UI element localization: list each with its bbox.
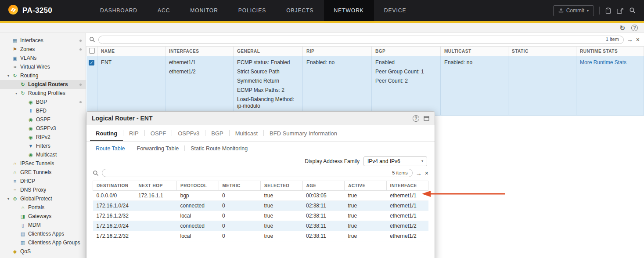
route-cell-interface: ethernet1/2 <box>386 221 428 231</box>
sidebar-item-gre-tunnels[interactable]: ∩GRE Tunnels <box>0 168 86 177</box>
row-checkbox[interactable]: ✓ <box>89 60 94 65</box>
search-icon[interactable] <box>629 7 636 14</box>
sidebar-item-clientless-apps[interactable]: ▤Clientless Apps <box>0 229 86 238</box>
sidebar-item-dhcp[interactable]: ≡DHCP <box>0 177 86 185</box>
dialog-tab-ospf[interactable]: OSPF <box>145 125 172 141</box>
sidebar-item-globalprotect[interactable]: ▾⊕GlobalProtect <box>0 194 86 203</box>
sidebar-item-gateways[interactable]: ◨Gateways <box>0 212 86 221</box>
sidebar-item-zones[interactable]: ⚑Zones <box>0 45 86 54</box>
sidebar-item-routing[interactable]: ▾↻Routing <box>0 71 86 80</box>
dialog-tab-routing[interactable]: Routing <box>90 125 123 141</box>
sidebar-item-bfd[interactable]: ‖BFD <box>0 106 86 115</box>
select-all-checkbox[interactable] <box>89 48 95 54</box>
sidebar-item-ospf[interactable]: ◉OSPF <box>0 115 86 124</box>
more-runtime-stats-link[interactable]: More Runtime Stats <box>580 59 626 65</box>
sidebar-item-interfaces[interactable]: ▦Interfaces <box>0 36 86 45</box>
clear-filter-icon[interactable]: × <box>425 170 428 176</box>
subtab-route-table[interactable]: Route Table <box>90 145 131 152</box>
sidebar-item-logical-routers[interactable]: ↻Logical Routers <box>0 80 86 89</box>
dialog-tab-multicast[interactable]: Multicast <box>230 125 263 141</box>
route-table-row[interactable]: 172.16.1.2/32local0true02:38:11trueether… <box>93 211 428 221</box>
router-name[interactable]: ENT <box>101 59 112 65</box>
status-dot <box>79 101 82 103</box>
sidebar-item-virtual-wires[interactable]: ≈Virtual Wires <box>0 62 86 71</box>
column-header-bgp[interactable]: BGP <box>372 47 441 56</box>
config-window-icon[interactable] <box>617 7 624 14</box>
route-table-row[interactable]: 172.16.2.2/32local0true02:38:11trueether… <box>93 231 428 241</box>
status-dot <box>79 84 82 86</box>
sidebar-item-label: Interfaces <box>20 37 43 44</box>
sidebar-item-routing-profiles[interactable]: ▾↻Routing Profiles <box>0 89 86 98</box>
sidebar-item-label: Routing Profiles <box>28 90 65 96</box>
route-column-destination[interactable]: DESTINATION <box>93 181 135 191</box>
chevron-down-icon[interactable]: ▾ <box>5 197 11 201</box>
sidebar-item-ospfv3[interactable]: ◉OSPFv3 <box>0 124 86 133</box>
nav-tab-device[interactable]: DEVICE <box>374 0 417 21</box>
route-column-metric[interactable]: METRIC <box>219 181 261 191</box>
column-header-runtime-stats[interactable]: RUNTIME STATS <box>576 47 644 56</box>
nav-tab-network[interactable]: NETWORK <box>324 0 374 21</box>
column-header-name[interactable]: NAME <box>97 47 165 56</box>
sidebar-item-bgp[interactable]: ◉BGP <box>0 98 86 106</box>
nav-tab-policies[interactable]: POLICIES <box>228 0 276 21</box>
route-cell-age: 02:38:11 <box>302 221 345 231</box>
route-cell-next-hop: 172.16.1.1 <box>135 191 177 201</box>
nav-tab-monitor[interactable]: MONITOR <box>180 0 228 21</box>
route-column-age[interactable]: AGE <box>302 181 345 191</box>
logical-router-row[interactable]: ✓ ENT ethernet1/1ethernet1/2 ECMP status… <box>86 56 644 116</box>
column-header-general[interactable]: GENERAL <box>234 47 303 56</box>
column-header-multicast[interactable]: MULTICAST <box>441 47 508 56</box>
route-column-selected[interactable]: SELECTED <box>261 181 303 191</box>
help-icon[interactable]: ? <box>631 25 638 31</box>
subtab-static-route-monitoring[interactable]: Static Route Monitoring <box>185 145 253 152</box>
route-filter-input[interactable] <box>102 169 413 177</box>
nav-tab-objects[interactable]: OBJECTS <box>276 0 324 21</box>
commit-button[interactable]: Commit ▾ <box>553 5 594 16</box>
refresh-icon[interactable]: ↻ <box>619 25 625 31</box>
chevron-down-icon[interactable]: ▾ <box>13 91 19 95</box>
route-table-row[interactable]: 172.16.2.0/24connected0true02:38:11truee… <box>93 221 428 231</box>
multicast-icon: ◉ <box>27 153 34 157</box>
sidebar-item-vlans[interactable]: ▣VLANs <box>0 54 86 62</box>
filter-input[interactable] <box>98 36 624 44</box>
tasks-icon[interactable] <box>605 7 612 14</box>
sidebar-item-ipsec-tunnels[interactable]: ∩IPSec Tunnels <box>0 159 86 168</box>
toolbar-separator <box>599 7 600 15</box>
nav-tab-dashboard[interactable]: DASHBOARD <box>90 0 148 21</box>
dialog-help-icon[interactable]: ? <box>413 115 419 122</box>
sidebar-item-filters[interactable]: ▼Filters <box>0 142 86 150</box>
column-header-interfaces[interactable]: INTERFACES <box>165 47 234 56</box>
sidebar-item-qos[interactable]: ◆QoS <box>0 247 86 256</box>
route-table-row[interactable]: 172.16.1.0/24connected0true02:38:11truee… <box>93 201 428 211</box>
sidebar-item-multicast[interactable]: ◉Multicast <box>0 150 86 159</box>
cell-line: Load-Balancing Method: ip-modulo <box>237 96 299 109</box>
route-cell-destination: 172.16.1.0/24 <box>93 201 135 211</box>
subtab-forwarding-table[interactable]: Forwarding Table <box>131 145 185 152</box>
sidebar-item-portals[interactable]: ⌂Portals <box>0 203 86 212</box>
route-table-row[interactable]: 0.0.0.0/0172.16.1.1bgp0true00:03:05truee… <box>93 191 428 201</box>
sidebar-item-ripv2[interactable]: ◉RIPv2 <box>0 133 86 142</box>
apply-filter-icon[interactable]: → <box>416 170 422 176</box>
route-column-active[interactable]: ACTIVE <box>345 181 387 191</box>
route-column-next-hop[interactable]: NEXT HOP <box>135 181 177 191</box>
apply-filter-icon[interactable]: → <box>627 36 633 43</box>
sidebar-item-label: Virtual Wires <box>20 64 50 70</box>
bfd-icon: ‖ <box>27 109 34 113</box>
route-items-count: 5 items <box>392 170 407 175</box>
dialog-tab-ospfv3[interactable]: OSPFv3 <box>172 125 205 141</box>
sidebar-item-mdm[interactable]: ▯MDM <box>0 221 86 229</box>
sidebar-item-clientless-app-groups[interactable]: ▥Clientless App Groups <box>0 238 86 247</box>
route-column-protocol[interactable]: PROTOCOL <box>177 181 219 191</box>
dialog-maximize-icon[interactable] <box>424 116 429 121</box>
address-family-select[interactable]: IPv4 and IPv6 ▾ <box>363 156 427 166</box>
column-header-rip[interactable]: RIP <box>303 47 372 56</box>
sidebar-item-dns-proxy[interactable]: ≡DNS Proxy <box>0 185 86 194</box>
dialog-tab-bfd-summary-information[interactable]: BFD Summary Information <box>264 125 343 141</box>
nav-tab-acc[interactable]: ACC <box>148 0 180 21</box>
clear-filter-icon[interactable]: × <box>636 36 640 43</box>
dialog-tab-bgp[interactable]: BGP <box>205 125 229 141</box>
column-header-static[interactable]: STATIC <box>508 47 576 56</box>
dialog-tab-rip[interactable]: RIP <box>123 125 144 141</box>
chevron-down-icon[interactable]: ▾ <box>5 74 11 78</box>
route-cell-metric: 0 <box>219 201 261 211</box>
